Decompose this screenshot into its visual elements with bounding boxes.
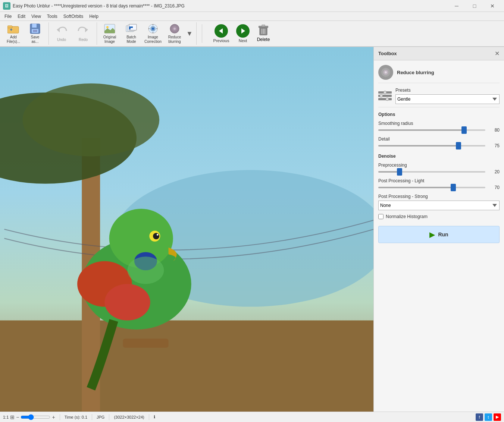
preprocessing-row: Preprocessing 20: [378, 163, 500, 174]
menu-tools[interactable]: Tools: [44, 13, 60, 20]
svg-point-58: [386, 98, 389, 101]
save-icon: [29, 23, 41, 34]
denoise-title: Denoise: [378, 154, 500, 159]
svg-point-39: [22, 84, 159, 157]
more-button[interactable]: ▼: [186, 23, 193, 44]
normalize-label: Normalize Histogram: [386, 214, 428, 219]
folder-icon: +: [7, 23, 19, 34]
navigation-group: Previous Next: [206, 24, 272, 43]
batch-mode-label: BatchMode: [126, 35, 136, 44]
post-light-value: 70: [488, 185, 500, 190]
preprocessing-value: 20: [488, 169, 500, 174]
save-as-label: Saveas...: [31, 35, 40, 44]
detail-track[interactable]: [378, 145, 485, 147]
previous-button[interactable]: Previous: [212, 24, 231, 43]
status-divider-3: [109, 414, 109, 420]
post-light-row: Post Processing - Light 70: [378, 178, 500, 190]
zoom-out-button[interactable]: −: [16, 414, 19, 420]
post-strong-select[interactable]: None Light Medium Strong: [378, 201, 500, 210]
normalize-row: Normalize Histogram: [378, 214, 500, 219]
detail-row: Detail 75: [378, 136, 500, 148]
zoom-controls: 1:1 ⊞ − +: [3, 414, 55, 420]
next-label: Next: [239, 38, 247, 43]
smoothing-radius-control: 80: [378, 127, 500, 133]
image-correction-button[interactable]: ImageCorrection: [143, 23, 163, 44]
svg-point-10: [106, 26, 109, 28]
svg-point-46: [157, 234, 159, 236]
zoom-fit-button[interactable]: ⊞: [10, 414, 15, 420]
delete-button[interactable]: Delete: [255, 24, 272, 43]
dimensions-label: (3022×3022×24): [114, 415, 144, 419]
next-button[interactable]: Next: [234, 24, 252, 43]
presets-right: Presets Gentle Normal Strong Custom: [395, 88, 500, 104]
menu-view[interactable]: View: [28, 13, 44, 20]
original-image-icon: [104, 23, 116, 34]
zoom-ratio: 1:1: [3, 415, 9, 419]
svg-point-49: [128, 256, 164, 284]
menu-help[interactable]: Help: [86, 13, 101, 20]
svg-rect-55: [378, 98, 392, 100]
detail-value: 75: [488, 143, 500, 148]
original-image-button[interactable]: OriginalImage: [99, 23, 120, 44]
post-light-label: Post Processing - Light: [378, 178, 500, 183]
original-image-label: OriginalImage: [103, 35, 116, 44]
add-files-button[interactable]: + AddFile(s)...: [3, 23, 24, 44]
twitter-icon[interactable]: t: [485, 413, 492, 421]
zoom-slider[interactable]: [21, 414, 50, 420]
batch-mode-button[interactable]: BatchMode: [121, 23, 142, 44]
minimize-button[interactable]: ─: [448, 0, 465, 12]
run-button[interactable]: ▶ Run: [378, 226, 500, 243]
menu-file[interactable]: File: [1, 13, 15, 20]
svg-point-25: [173, 28, 176, 30]
detail-control: 75: [378, 143, 500, 148]
youtube-icon[interactable]: ▶: [494, 413, 501, 421]
close-button[interactable]: ✕: [484, 0, 501, 12]
menu-softorbits[interactable]: SoftOrbits: [60, 13, 86, 20]
zoom-in-button[interactable]: +: [52, 414, 55, 420]
detail-label: Detail: [378, 136, 500, 142]
svg-rect-6: [33, 30, 37, 32]
toolbox-close-button[interactable]: ✕: [495, 50, 500, 57]
facebook-icon[interactable]: f: [476, 413, 483, 421]
view-tools-group: OriginalImage BatchMode: [99, 22, 197, 45]
preprocessing-label: Preprocessing: [378, 163, 500, 168]
maximize-button[interactable]: □: [466, 0, 483, 12]
next-circle: [236, 24, 250, 38]
redo-icon: [77, 25, 89, 37]
smoothing-radius-value: 80: [488, 127, 500, 133]
statusbar: 1:1 ⊞ − + Time (s): 0.1 JPG (3022×3022×2…: [0, 412, 504, 422]
batch-mode-icon: [125, 23, 137, 34]
parrot-svg: [0, 47, 373, 412]
normalize-checkbox[interactable]: [378, 214, 384, 219]
post-light-track[interactable]: [378, 187, 485, 188]
redo-button[interactable]: Redo: [73, 23, 94, 44]
svg-marker-7: [57, 28, 60, 32]
info-icon[interactable]: ℹ: [154, 415, 155, 419]
presets-select[interactable]: Gentle Normal Strong Custom: [395, 94, 500, 104]
previous-label: Previous: [213, 38, 229, 43]
presets-section: Presets Gentle Normal Strong Custom: [378, 88, 500, 107]
social-icons: f t ▶: [476, 413, 501, 421]
time-label: Time (s): 0.1: [65, 415, 87, 419]
reduce-blurring-button[interactable]: Reduceblurring: [164, 23, 185, 44]
post-strong-label: Post Processing - Strong: [378, 194, 500, 199]
delete-icon: [257, 24, 269, 36]
redo-label: Redo: [79, 38, 88, 42]
reduce-blurring-tool-icon: [378, 65, 393, 80]
preprocessing-track[interactable]: [378, 171, 485, 173]
svg-point-56: [384, 91, 386, 94]
svg-point-43: [104, 284, 150, 321]
undo-icon: [56, 25, 68, 37]
toolbar: + AddFile(s)... Saveas...: [0, 21, 504, 47]
status-divider-2: [92, 414, 92, 420]
svg-point-57: [380, 94, 383, 97]
save-as-button[interactable]: Saveas...: [25, 23, 46, 44]
add-files-label: AddFile(s)...: [7, 35, 20, 44]
undo-button[interactable]: Undo: [51, 23, 72, 44]
svg-rect-36: [0, 321, 373, 412]
undo-label: Undo: [57, 38, 66, 42]
reduce-blurring-tool-name: Reduce blurring: [397, 70, 434, 75]
smoothing-radius-track[interactable]: [378, 129, 485, 131]
reduce-blurring-label: Reduceblurring: [168, 35, 181, 44]
menu-edit[interactable]: Edit: [15, 13, 28, 20]
